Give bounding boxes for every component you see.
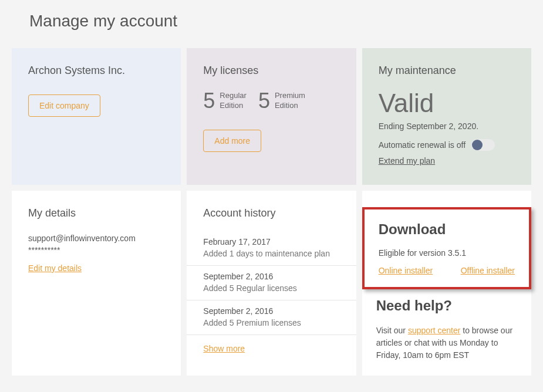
license-regular: 5 Regular Edition — [203, 89, 247, 113]
details-password: ********** — [28, 245, 164, 255]
help-title: Need help? — [376, 298, 517, 314]
edit-company-button[interactable]: Edit company — [28, 94, 100, 117]
details-title: My details — [28, 207, 164, 219]
license-premium-label2: Edition — [275, 101, 298, 110]
history-date: February 17, 2017 — [203, 237, 339, 246]
details-card: My details support@inflowinventory.com *… — [12, 191, 181, 376]
maintenance-ending: Ending September 2, 2020. — [379, 121, 515, 131]
help-text: Visit our support center to browse our a… — [376, 325, 517, 361]
license-regular-label2: Edition — [220, 101, 243, 110]
history-item: February 17, 2017 Added 1 days to mainte… — [187, 231, 356, 265]
maintenance-card: My maintenance Valid Ending September 2,… — [362, 48, 531, 185]
licenses-card: My licenses 5 Regular Edition 5 Premium … — [187, 48, 356, 185]
toggle-knob-icon — [472, 140, 483, 150]
license-premium-label1: Premium — [275, 91, 305, 100]
license-regular-label1: Regular — [220, 91, 247, 100]
extend-plan-link[interactable]: Extend my plan — [379, 156, 436, 165]
license-premium: 5 Premium Edition — [258, 89, 305, 113]
licenses-title: My licenses — [203, 65, 339, 77]
edit-details-link[interactable]: Edit my details — [28, 263, 82, 273]
history-item: September 2, 2016 Added 5 Regular licens… — [187, 265, 356, 300]
history-date: September 2, 2016 — [203, 272, 339, 281]
offline-installer-link[interactable]: Offline installer — [461, 266, 515, 275]
download-card: Download Eligible for version 3.5.1 Onli… — [362, 207, 531, 289]
company-card: Archon Systems Inc. Edit company — [12, 48, 181, 185]
history-card: Account history February 17, 2017 Added … — [187, 191, 356, 376]
download-eligible: Eligible for version 3.5.1 — [379, 248, 515, 258]
online-installer-link[interactable]: Online installer — [379, 266, 433, 275]
history-desc: Added 1 days to maintenance plan — [203, 249, 339, 258]
show-more-link[interactable]: Show more — [203, 344, 245, 353]
auto-renewal-label: Automatic renewal is off — [379, 140, 466, 150]
download-title: Download — [379, 221, 515, 238]
support-center-link[interactable]: support center — [408, 326, 461, 335]
maintenance-status: Valid — [379, 89, 515, 118]
license-premium-count: 5 — [258, 89, 270, 113]
auto-renewal-toggle[interactable] — [471, 139, 495, 151]
details-email: support@inflowinventory.com — [28, 234, 164, 243]
history-item: September 2, 2016 Added 5 Premium licens… — [187, 300, 356, 334]
history-title: Account history — [187, 207, 356, 219]
add-more-button[interactable]: Add more — [203, 130, 261, 152]
history-desc: Added 5 Regular licenses — [203, 283, 339, 293]
help-card: Need help? Visit our support center to b… — [362, 298, 531, 376]
license-regular-count: 5 — [203, 89, 215, 113]
page-title: Manage my account — [29, 12, 531, 31]
help-prefix: Visit our — [376, 326, 408, 335]
history-desc: Added 5 Premium licenses — [203, 318, 339, 327]
right-column: Download Eligible for version 3.5.1 Onli… — [362, 191, 531, 376]
company-name: Archon Systems Inc. — [28, 65, 164, 77]
history-date: September 2, 2016 — [203, 306, 339, 316]
maintenance-title: My maintenance — [379, 65, 515, 77]
